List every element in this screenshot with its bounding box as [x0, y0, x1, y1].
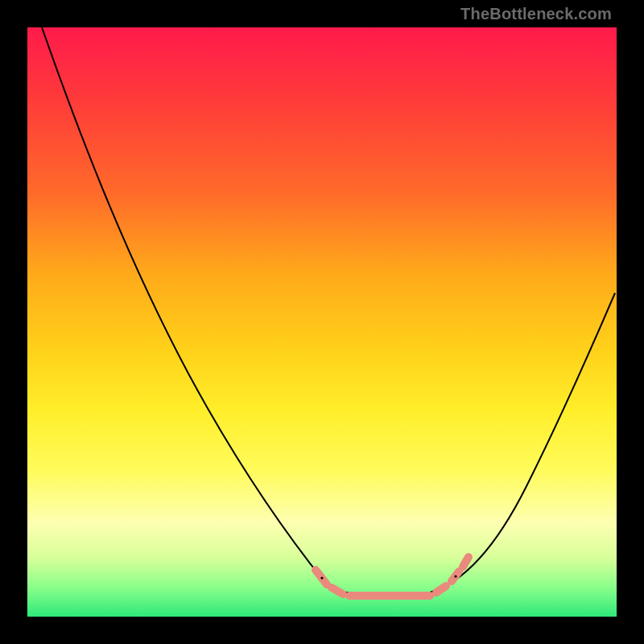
point	[320, 576, 323, 579]
marker-dot	[436, 586, 446, 592]
chart-svg	[27, 27, 617, 617]
chart-frame: TheBottleneck.com	[0, 0, 644, 644]
curve-points	[320, 575, 456, 579]
watermark-text: TheBottleneck.com	[460, 5, 612, 23]
curve-left	[42, 27, 341, 592]
point	[454, 575, 456, 577]
marker-dot	[463, 557, 469, 567]
optimal-marker-group	[316, 557, 469, 596]
plot-area	[27, 27, 617, 617]
marker-dot	[332, 588, 343, 594]
curve-right	[430, 293, 615, 592]
